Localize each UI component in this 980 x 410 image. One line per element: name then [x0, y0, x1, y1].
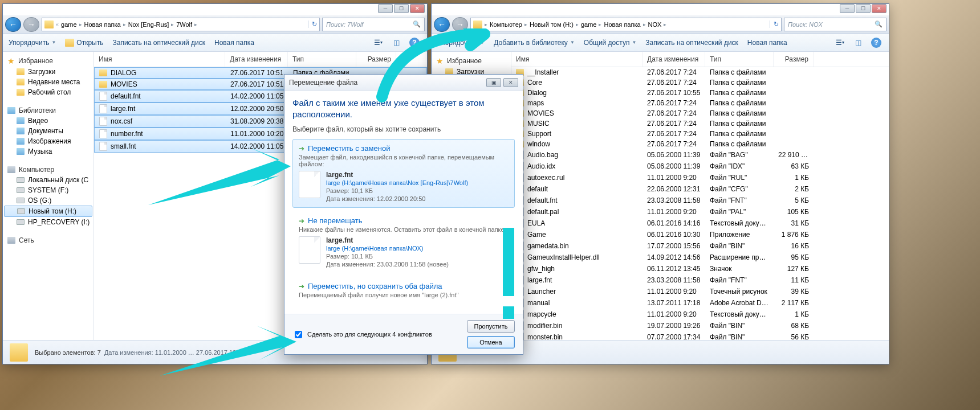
nav-item[interactable]: Документы [3, 126, 93, 136]
breadcrumb-seg[interactable]: Новый том (H:) [530, 21, 574, 28]
option-dont-move[interactable]: ➔Не перемещать Никакие файлы не изменяют… [292, 211, 515, 273]
nav-item-drive[interactable]: SYSTEM (F:) [3, 185, 93, 195]
organize-menu[interactable]: Упорядочить▼ [437, 39, 485, 47]
breadcrumb-seg[interactable]: game [61, 21, 77, 28]
minimize-button[interactable]: ─ [378, 4, 393, 13]
nav-item[interactable]: Музыка [3, 146, 93, 157]
cancel-button[interactable]: Отмена [467, 336, 515, 348]
nav-item[interactable]: Недавние места [3, 77, 93, 87]
libraries-header[interactable]: Библиотеки [3, 105, 93, 116]
burn-button[interactable]: Записать на оптический диск [645, 39, 738, 47]
apply-to-all-checkbox[interactable]: Сделать это для следующих 4 конфликтов [292, 329, 432, 340]
forward-button[interactable]: → [452, 17, 468, 32]
preview-pane-button[interactable]: ◫ [851, 36, 865, 49]
file-row[interactable]: Dialog27.06.2017 10:55Папка с файлами [511, 88, 889, 98]
breadcrumb-seg[interactable]: 7Wolf [176, 21, 192, 28]
file-row[interactable]: Audio.idx05.06.2000 11:39Файл "IDX"63 КБ [511, 161, 889, 172]
column-date[interactable]: Дата изменения [643, 52, 705, 67]
file-row[interactable]: default22.06.2000 12:31Файл "CFG"2 КБ [511, 183, 889, 195]
file-list[interactable]: Имя Дата изменения Тип Размер __Installe… [511, 52, 889, 340]
close-button[interactable]: ✕ [872, 4, 887, 13]
favorites-header[interactable]: ★Избранное [3, 55, 93, 67]
breadcrumb[interactable]: ▸ Компьютер▸ Новый том (H:)▸ game▸ Новая… [470, 18, 782, 31]
option-replace[interactable]: ➔Переместить с заменой Замещает файл, на… [292, 139, 515, 208]
breadcrumb-seg[interactable]: game [581, 21, 597, 28]
forward-button[interactable]: → [23, 17, 39, 32]
maximize-button[interactable]: ☐ [394, 4, 409, 13]
refresh-icon[interactable]: ↻ [770, 20, 779, 28]
nav-item[interactable]: Изображения [3, 136, 93, 146]
nav-item-drive[interactable]: Новый том (H:) [4, 206, 92, 217]
file-row[interactable]: Core27.06.2017 7:24Папка с файлами [511, 77, 889, 88]
share-menu[interactable]: Общий доступ▼ [584, 39, 637, 47]
help-button[interactable]: ? [408, 36, 421, 49]
maximize-button[interactable]: ☐ [856, 4, 871, 13]
column-type[interactable]: Тип [288, 52, 356, 67]
breadcrumb[interactable]: « game▸ Новая папка▸ Nox [Eng-Rus]▸ 7Wol… [42, 18, 320, 31]
nav-item-drive[interactable]: OS (G:) [3, 195, 93, 206]
file-row[interactable]: gfw_high06.11.2012 13:45Значок127 КБ [511, 263, 889, 274]
view-menu[interactable]: ☰▾ [371, 36, 385, 49]
minimize-button[interactable]: ─ [840, 4, 855, 13]
search-input[interactable]: Поиск: NOX 🔍 [784, 18, 887, 31]
column-size[interactable]: Размер [774, 52, 814, 67]
file-row[interactable]: gamedata.bin17.07.2000 15:56Файл "BIN"16… [511, 240, 889, 252]
breadcrumb-seg[interactable]: Nox [Eng-Rus] [128, 21, 169, 28]
file-row[interactable]: modifier.bin19.07.2000 19:26Файл "BIN"68… [511, 320, 889, 331]
view-menu[interactable]: ☰▾ [833, 36, 847, 49]
file-row[interactable]: MUSIC27.06.2017 7:24Папка с файлами [511, 118, 889, 129]
close-button[interactable]: ✕ [410, 4, 425, 13]
open-button[interactable]: Открыть [65, 39, 103, 47]
file-row[interactable]: default.fnt23.03.2008 11:58Файл "FNT"5 К… [511, 195, 889, 206]
add-to-library-menu[interactable]: Добавить в библиотеку▼ [494, 39, 574, 47]
nav-item[interactable]: Рабочий стол [3, 87, 93, 97]
breadcrumb-seg[interactable]: Новая папка [84, 21, 121, 28]
favorites-header[interactable]: ★Избранное [432, 55, 511, 67]
file-row[interactable]: __Installer27.06.2017 7:24Папка с файлам… [511, 67, 889, 77]
file-row[interactable]: default.pal11.01.2000 9:20Файл "PAL"105 … [511, 206, 889, 218]
nav-item-drive[interactable]: Локальный диск (C [3, 175, 93, 185]
file-row[interactable]: window27.06.2017 7:24Папка с файлами [511, 139, 889, 149]
checkbox-input[interactable] [295, 331, 302, 338]
dialog-toggle-button[interactable]: ▣ [486, 78, 501, 87]
file-row[interactable]: Audio.bag05.06.2000 11:39Файл "BAG"22 91… [511, 149, 889, 161]
file-row[interactable]: GameuxInstallHelper.dll14.09.2012 14:56Р… [511, 252, 889, 263]
file-row[interactable]: autoexec.rul11.01.2000 9:20Файл "RUL"1 К… [511, 172, 889, 183]
navigation-pane[interactable]: ★ИзбранноеЗагрузкиНедавние местаРабочий … [3, 52, 94, 340]
option-keep-both[interactable]: ➔Переместить, но сохранить оба файла Пер… [292, 277, 515, 304]
nav-item-drive[interactable]: HP_RECOVERY (I:) [3, 217, 93, 227]
nav-item[interactable]: Видео [3, 116, 93, 126]
column-type[interactable]: Тип [705, 52, 774, 67]
search-input[interactable]: Поиск: 7Wolf 🔍 [322, 18, 425, 31]
file-row[interactable]: Launcher11.01.2000 9:20Точечный рисунок3… [511, 286, 889, 297]
breadcrumb-seg[interactable]: Новая папка [604, 21, 640, 28]
back-button[interactable]: ← [5, 17, 21, 32]
file-row[interactable]: large.fnt23.03.2008 11:58Файл "FNT"11 КБ [511, 274, 889, 286]
file-row[interactable]: MOVIES27.06.2017 7:24Папка с файлами [511, 108, 889, 118]
network-header[interactable]: Сеть [3, 235, 93, 245]
file-row[interactable]: EULA06.01.2016 14:16Текстовый докум…31 К… [511, 218, 889, 229]
column-name[interactable]: Имя [94, 52, 225, 67]
dialog-close-button[interactable]: ✕ [503, 78, 518, 87]
file-row[interactable]: maps27.06.2017 7:24Папка с файлами [511, 98, 889, 108]
preview-pane-button[interactable]: ◫ [389, 36, 403, 49]
file-row[interactable]: Game06.01.2016 10:30Приложение1 876 КБ [511, 229, 889, 240]
file-row[interactable]: monster.bin07.07.2000 17:34Файл "BIN"56 … [511, 331, 889, 340]
computer-header[interactable]: Компьютер [3, 165, 93, 175]
column-name[interactable]: Имя [511, 52, 643, 67]
organize-menu[interactable]: Упорядочить▼ [9, 39, 56, 47]
new-folder-button[interactable]: Новая папка [214, 39, 254, 47]
breadcrumb-seg[interactable]: NOX [648, 21, 662, 28]
burn-button[interactable]: Записать на оптический диск [112, 39, 205, 47]
help-button[interactable]: ? [869, 36, 883, 49]
new-folder-button[interactable]: Новая папка [747, 39, 787, 47]
file-row[interactable]: Support27.06.2017 7:24Папка с файлами [511, 129, 889, 139]
refresh-icon[interactable]: ↻ [308, 20, 317, 28]
nav-item[interactable]: Загрузки [3, 67, 93, 77]
column-size[interactable]: Размер [356, 52, 396, 67]
skip-button[interactable]: Пропустить [467, 320, 515, 333]
back-button[interactable]: ← [434, 17, 450, 32]
file-row[interactable]: manual13.07.2011 17:18Adobe Acrobat D…2 … [511, 297, 889, 309]
file-row[interactable]: mapcycle11.01.2000 9:20Текстовый докум…1… [511, 309, 889, 320]
breadcrumb-seg[interactable]: Компьютер [490, 21, 522, 28]
